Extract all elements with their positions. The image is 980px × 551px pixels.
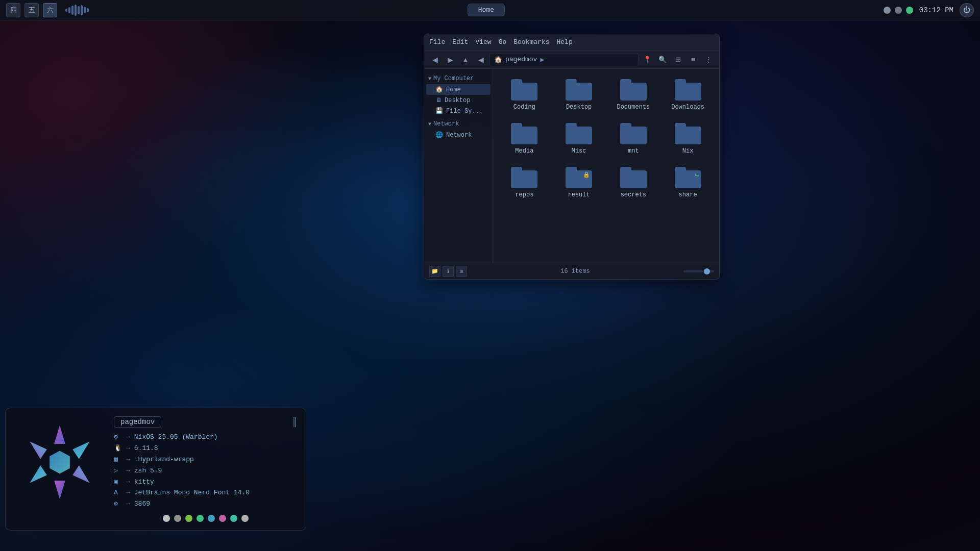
status-dot-1 (884, 7, 891, 14)
font-value: JetBrains Mono Nerd Font 14.0 (134, 489, 250, 496)
terminal-icon: ▣ (114, 478, 122, 486)
sysinfo-title: pagedmov (114, 416, 161, 428)
statusbar-icon-info[interactable]: ℹ (443, 266, 454, 277)
desktop-icon: 🖥 (435, 96, 442, 104)
statusbar-icon-view[interactable]: ⊞ (456, 266, 467, 277)
menu-view[interactable]: View (475, 38, 491, 46)
folder-share[interactable]: share (663, 163, 713, 203)
svg-marker-2 (72, 465, 89, 483)
dot-3[interactable] (185, 515, 192, 522)
nav-prev[interactable]: ◀ (474, 53, 487, 66)
sidebar-item-desktop[interactable]: 🖥 Desktop (426, 95, 491, 106)
fm-content: Coding Desktop Documents (493, 69, 719, 263)
folder-result-name: result (568, 191, 590, 198)
folder-misc-icon (566, 123, 592, 144)
fm-path-bar[interactable]: 🏠 pagedmov ▶ (489, 53, 639, 66)
dot-2[interactable] (174, 515, 181, 522)
workspace-1[interactable]: 四 (6, 3, 20, 17)
workspace-switcher: 四 五 六 (6, 3, 57, 17)
packages-icon: ⚙ (114, 499, 122, 508)
folder-desktop[interactable]: Desktop (554, 75, 604, 115)
sidebar-section-computer: ▼ My Computer 🏠 Home 🖥 Desktop 💾 File Sy… (424, 73, 493, 116)
dot-5[interactable] (208, 515, 215, 522)
wm-value: .Hyprland-wrapp (134, 456, 194, 463)
folder-repos-icon (511, 167, 537, 188)
topbar-right: 03:12 PM ⏻ (884, 3, 974, 17)
tool-grid-view[interactable]: ⊞ (671, 53, 684, 66)
section-label: Network (433, 120, 459, 128)
sidebar-item-label: File Sy... (446, 108, 483, 115)
folder-result-icon (566, 167, 592, 188)
terminal-value: kitty (134, 478, 154, 486)
sysinfo-titlebar: pagedmov ║ (114, 416, 298, 428)
folder-documents[interactable]: Documents (608, 75, 659, 115)
tool-location[interactable]: 📍 (641, 53, 654, 66)
sidebar-item-network[interactable]: 🌐 Network (426, 130, 491, 140)
sidebar-item-filesystem[interactable]: 💾 File Sy... (426, 106, 491, 116)
dot-8[interactable] (241, 515, 249, 522)
folder-mnt[interactable]: mnt (608, 119, 659, 159)
workspace-2[interactable]: 五 (24, 3, 39, 17)
folder-repos[interactable]: repos (499, 163, 550, 203)
path-text: pagedmov (505, 56, 537, 63)
folder-result[interactable]: result (554, 163, 604, 203)
svg-marker-4 (30, 465, 47, 483)
folder-documents-name: Documents (617, 104, 650, 111)
dot-7[interactable] (230, 515, 237, 522)
sysinfo-row-os: ⚙ → NixOS 25.05 (Warbler) (114, 433, 298, 441)
fm-zoom-control[interactable] (683, 270, 714, 272)
kernel-icon: 🐧 (114, 444, 122, 452)
power-button[interactable]: ⏻ (960, 3, 974, 17)
menu-go[interactable]: Go (499, 38, 507, 46)
nav-up[interactable]: ▲ (459, 53, 472, 66)
tool-list-view[interactable]: ≡ (687, 53, 700, 66)
kernel-value: 6.11.8 (134, 444, 158, 452)
dot-6[interactable] (219, 515, 226, 522)
dot-1[interactable] (163, 515, 170, 522)
folder-misc[interactable]: Misc (554, 119, 604, 159)
arrow: → (126, 478, 130, 486)
folder-coding[interactable]: Coding (499, 75, 550, 115)
folder-downloads[interactable]: Downloads (663, 75, 713, 115)
fm-sidebar: ▼ My Computer 🏠 Home 🖥 Desktop 💾 File Sy… (424, 69, 493, 263)
sysinfo-close-btn[interactable]: ║ (292, 417, 298, 427)
tool-menu[interactable]: ⋮ (702, 53, 715, 66)
sidebar-item-home[interactable]: 🏠 Home (426, 84, 491, 95)
fm-item-count: 16 items (560, 268, 590, 275)
menu-help[interactable]: Help (556, 38, 572, 46)
audio-widget[interactable] (65, 5, 89, 16)
audio-bar-8 (87, 8, 89, 12)
fm-zoom-thumb (704, 268, 710, 274)
folder-media[interactable]: Media (499, 119, 550, 159)
svg-marker-5 (30, 442, 47, 459)
audio-bar-3 (71, 6, 74, 15)
tool-search[interactable]: 🔍 (656, 53, 669, 66)
statusbar-icon-folder[interactable]: 📁 (429, 266, 440, 277)
sidebar-item-label: Network (446, 132, 472, 139)
fm-toolbar: ◀ ▶ ▲ ◀ 🏠 pagedmov ▶ 📍 🔍 ⊞ ≡ ⋮ (424, 51, 719, 69)
sysinfo-row-shell: ▷ → zsh 5.9 (114, 466, 298, 474)
nav-forward[interactable]: ▶ (444, 53, 457, 66)
workspace-3[interactable]: 六 (43, 3, 57, 17)
nav-back[interactable]: ◀ (428, 53, 442, 66)
sidebar-section-network-header[interactable]: ▼ Network (424, 118, 493, 130)
network-icon: 🌐 (435, 131, 443, 139)
arrow: → (126, 489, 130, 496)
path-home-icon: 🏠 (494, 56, 502, 64)
sidebar-section-network: ▼ Network 🌐 Network (424, 118, 493, 140)
file-manager: File Edit View Go Bookmarks Help ◀ ▶ ▲ ◀… (424, 34, 720, 280)
arrow: → (126, 500, 130, 508)
audio-bar-5 (78, 6, 80, 14)
folder-secrets-icon (620, 167, 647, 188)
menu-file[interactable]: File (429, 38, 445, 46)
topbar: 四 五 六 Home 03:12 PM ⏻ (0, 0, 980, 20)
home-button[interactable]: Home (468, 4, 505, 16)
menu-edit[interactable]: Edit (452, 38, 468, 46)
dot-4[interactable] (197, 515, 204, 522)
sidebar-section-computer-header[interactable]: ▼ My Computer (424, 73, 493, 84)
folder-nix[interactable]: Nix (663, 119, 713, 159)
menu-bookmarks[interactable]: Bookmarks (513, 38, 549, 46)
folder-secrets[interactable]: secrets (608, 163, 659, 203)
sidebar-item-label: Desktop (445, 97, 470, 104)
home-icon: 🏠 (435, 86, 443, 93)
